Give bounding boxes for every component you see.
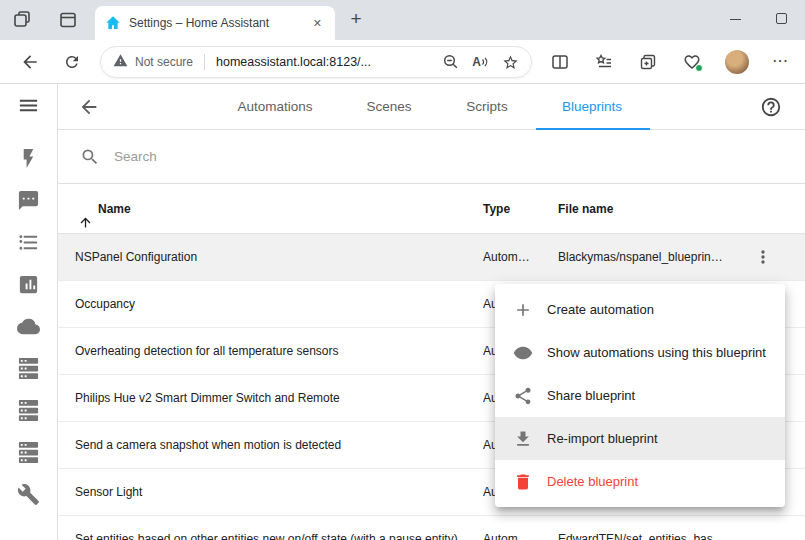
server-icon-2[interactable] xyxy=(17,399,40,422)
favorites-hub-icon[interactable] xyxy=(595,53,613,71)
browser-window: Settings – Home Assistant ✕ + Not secure… xyxy=(0,0,805,540)
trash-icon xyxy=(513,472,533,492)
menu-hamburger-icon[interactable] xyxy=(17,94,40,117)
ha-back-icon[interactable] xyxy=(78,96,100,122)
zoom-out-icon[interactable] xyxy=(443,54,459,70)
new-tab-button[interactable]: + xyxy=(344,8,368,32)
list-icon[interactable] xyxy=(17,231,40,254)
browser-essentials-icon[interactable] xyxy=(683,53,701,71)
address-divider xyxy=(204,54,205,70)
tab-actions-icon[interactable] xyxy=(58,10,78,30)
lightning-icon[interactable] xyxy=(17,147,40,170)
column-file-name[interactable]: File name xyxy=(558,184,613,234)
page-content: Automations Scenes Scripts Blueprints Se… xyxy=(0,84,805,540)
menu-item-reimport-blueprint[interactable]: Re-import blueprint xyxy=(495,417,785,460)
eye-icon xyxy=(513,343,533,363)
read-aloud-icon[interactable]: A xyxy=(472,55,489,69)
browser-toolbar: Not secure homeassistant.local:8123/... … xyxy=(0,40,805,84)
maximize-button[interactable] xyxy=(776,13,787,24)
row-name: NSPanel Configuration xyxy=(75,250,197,264)
row-name: Set entities based on other entities new… xyxy=(75,532,458,540)
row-file: EdwardTEN/set_entities_bas… xyxy=(558,532,744,540)
search-placeholder: Search xyxy=(114,149,157,164)
search-icon xyxy=(80,147,100,167)
favorite-star-icon[interactable] xyxy=(502,54,519,71)
collections-icon[interactable] xyxy=(639,53,657,71)
menu-item-create-automation[interactable]: Create automation xyxy=(495,288,785,331)
row-name: Overheating detection for all temperatur… xyxy=(75,344,338,358)
row-name: Send a camera snapshot when motion is de… xyxy=(75,438,341,452)
ha-header: Automations Scenes Scripts Blueprints xyxy=(58,84,805,130)
profile-avatar[interactable] xyxy=(725,50,749,74)
chart-icon[interactable] xyxy=(17,273,40,296)
back-button[interactable] xyxy=(20,52,40,72)
minimize-button[interactable] xyxy=(730,19,741,20)
browser-tab[interactable]: Settings – Home Assistant ✕ xyxy=(95,6,335,40)
server-icon-3[interactable] xyxy=(17,441,40,464)
tab-scenes[interactable]: Scenes xyxy=(366,84,411,130)
ha-main: Automations Scenes Scripts Blueprints Se… xyxy=(58,84,805,540)
download-icon xyxy=(513,429,533,449)
help-icon[interactable] xyxy=(760,96,782,122)
split-screen-icon[interactable] xyxy=(551,53,569,71)
table-header: Name Type File name xyxy=(58,184,805,234)
address-bar[interactable]: Not secure homeassistant.local:8123/... … xyxy=(100,46,532,78)
tab-strip: Settings – Home Assistant ✕ + xyxy=(0,0,805,40)
ha-sidebar xyxy=(0,84,58,540)
row-overflow-menu-icon[interactable] xyxy=(753,247,773,270)
share-icon xyxy=(513,386,533,406)
menu-item-delete-blueprint[interactable]: Delete blueprint xyxy=(495,460,785,503)
column-name[interactable]: Name xyxy=(98,184,131,234)
url-text: homeassistant.local:8123/... xyxy=(216,55,430,69)
not-secure-warning-icon xyxy=(113,53,128,72)
browser-menu-icon[interactable]: ⋯ xyxy=(772,51,789,70)
search-field[interactable]: Search xyxy=(58,130,805,184)
table-row[interactable]: Set entities based on other entities new… xyxy=(58,516,805,540)
tab-title: Settings – Home Assistant xyxy=(129,16,302,30)
chat-icon[interactable] xyxy=(17,189,40,212)
refresh-button[interactable] xyxy=(63,53,81,71)
cloud-icon[interactable] xyxy=(17,315,40,338)
essentials-status-dot xyxy=(695,64,703,72)
home-assistant-favicon xyxy=(105,15,121,31)
row-name: Sensor Light xyxy=(75,485,142,499)
table-row[interactable]: NSPanel Configuration Autom… Blackymas/n… xyxy=(58,234,805,281)
workspaces-icon[interactable] xyxy=(12,10,32,30)
tab-blueprints[interactable]: Blueprints xyxy=(562,84,622,130)
security-label: Not secure xyxy=(135,55,193,69)
server-icon-1[interactable] xyxy=(17,357,40,380)
menu-item-show-automations[interactable]: Show automations using this blueprint xyxy=(495,331,785,374)
wrench-icon[interactable] xyxy=(17,483,40,506)
menu-item-share-blueprint[interactable]: Share blueprint xyxy=(495,374,785,417)
row-name: Philips Hue v2 Smart Dimmer Switch and R… xyxy=(75,391,340,405)
tab-automations[interactable]: Automations xyxy=(237,84,312,130)
row-file: Blackymas/nspanel_blueprin… xyxy=(558,250,744,264)
tab-close-icon[interactable]: ✕ xyxy=(310,17,325,30)
column-type[interactable]: Type xyxy=(483,184,510,234)
plus-icon xyxy=(513,300,533,320)
row-type: Autom… xyxy=(483,250,549,264)
row-name: Occupancy xyxy=(75,297,135,311)
context-menu: Create automation Show automations using… xyxy=(495,284,785,507)
tab-scripts[interactable]: Scripts xyxy=(466,84,507,130)
row-type: Autom… xyxy=(483,532,549,540)
